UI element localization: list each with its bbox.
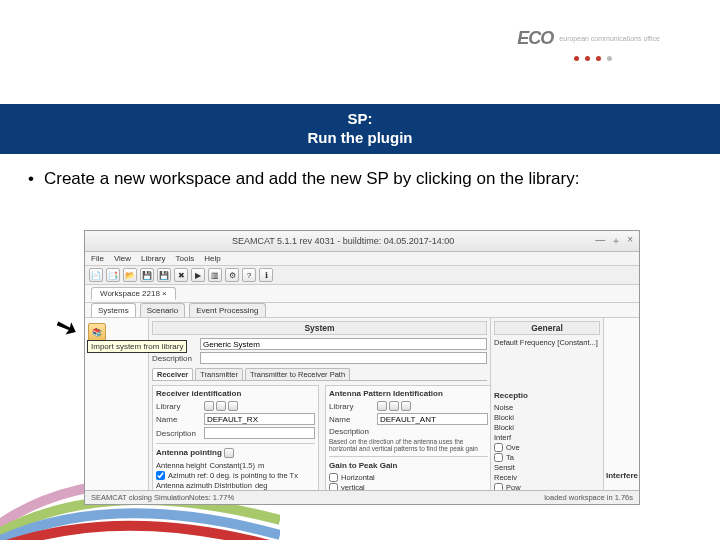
rx-lib-restore-icon[interactable]	[228, 401, 238, 411]
recep-ove-checkbox[interactable]	[494, 443, 503, 452]
toolbar-open-icon[interactable]: 📂	[123, 268, 137, 282]
azimuth-unit: deg	[255, 481, 268, 490]
reception-line: Blocki	[494, 423, 600, 432]
gain-horizontal-checkbox[interactable]	[329, 473, 338, 482]
brand-logo: ECO european communications office	[517, 28, 660, 49]
status-left: SEAMCAT closing SimulationNotes: 1.77%	[91, 493, 234, 502]
desc-label: Description	[152, 354, 196, 363]
ant-desc-label: Description	[329, 427, 373, 436]
toolbar-settings-icon[interactable]: ⚙	[225, 268, 239, 282]
window-title: SEAMCAT 5.1.1 rev 4031 - buildtime: 04.0…	[91, 236, 595, 246]
ant-name-input[interactable]	[377, 413, 488, 425]
system-panel-title: System	[152, 321, 487, 335]
menu-help[interactable]: Help	[204, 254, 220, 263]
window-titlebar: SEAMCAT 5.1.1 rev 4031 - buildtime: 04.0…	[85, 231, 639, 252]
status-right: loaded workspace in 1.76s	[544, 493, 633, 502]
status-bar: SEAMCAT closing SimulationNotes: 1.77% l…	[85, 490, 639, 504]
reception-line: Ta	[506, 453, 514, 462]
ant-desc-text: Based on the direction of the antenna us…	[329, 438, 488, 452]
tab-systems[interactable]: Systems	[91, 303, 136, 317]
general-panel-title: General	[494, 321, 600, 335]
pointer-arrow: ➘	[50, 309, 81, 346]
toolbar-saveall-icon[interactable]: 💾	[157, 268, 171, 282]
brand-dots	[574, 56, 612, 61]
receiver-ident-title: Receiver identification	[156, 389, 315, 398]
section-tabs: Systems Scenario Event Processing	[85, 303, 639, 318]
rx-lib-export-icon[interactable]	[216, 401, 226, 411]
toolbar: 📄 📑 📂 💾 💾 ✖ ▶ ▥ ⚙ ? ℹ	[85, 266, 639, 285]
system-desc-input[interactable]	[200, 352, 487, 364]
ap-info-icon[interactable]	[224, 448, 234, 458]
gain-vertical-label: vertical	[341, 483, 365, 490]
workspace-tab[interactable]: Workspace 2218 ×	[91, 287, 176, 300]
recep-pow-checkbox[interactable]	[494, 483, 503, 490]
antenna-pointing-title: Antenna pointing	[156, 448, 222, 457]
ant-lib-import-icon[interactable]	[377, 401, 387, 411]
tab-transmitter[interactable]: Transmitter	[195, 368, 243, 380]
reception-line: Receiv	[494, 473, 600, 482]
menu-library[interactable]: Library	[141, 254, 165, 263]
tab-scenario[interactable]: Scenario	[140, 303, 186, 317]
system-list-panel: ➘ 📚 Import system from library	[85, 318, 149, 490]
receiver-ident-panel: Receiver identification Library Name	[152, 385, 319, 490]
close-icon[interactable]: ×	[627, 234, 633, 248]
ant-lib-export-icon[interactable]	[389, 401, 399, 411]
reception-line: Pow	[506, 483, 521, 490]
rx-library-label: Library	[156, 402, 200, 411]
reception-line: Ove	[506, 443, 520, 452]
antenna-height-unit: m	[258, 461, 264, 470]
antenna-ident-panel: Antenna Pattern Identification Library N…	[325, 385, 491, 490]
title-line-1: SP:	[0, 110, 720, 129]
app-screenshot: SEAMCAT 5.1.1 rev 4031 - buildtime: 04.0…	[84, 230, 640, 505]
library-icon: 📚	[92, 328, 102, 337]
toolbar-chart-icon[interactable]: ▥	[208, 268, 222, 282]
menu-tools[interactable]: Tools	[176, 254, 195, 263]
toolbar-save-icon[interactable]: 💾	[140, 268, 154, 282]
minimize-icon[interactable]: —	[595, 234, 605, 248]
azimuth-ref-checkbox[interactable]	[156, 471, 165, 480]
toolbar-batch-icon[interactable]: 📑	[106, 268, 120, 282]
menu-view[interactable]: View	[114, 254, 131, 263]
component-tabs: Receiver Transmitter Transmitter to Rece…	[152, 368, 487, 381]
eco-wordmark: ECO	[517, 28, 553, 49]
system-name-input[interactable]	[200, 338, 487, 350]
import-tooltip: Import system from library	[87, 340, 187, 353]
gain-vertical-checkbox[interactable]	[329, 483, 338, 490]
toolbar-run-icon[interactable]: ▶	[191, 268, 205, 282]
rx-name-input[interactable]	[204, 413, 315, 425]
eco-subtitle: european communications office	[559, 35, 660, 42]
gain-horizontal-label: Horizontal	[341, 473, 375, 482]
tab-event-processing[interactable]: Event Processing	[189, 303, 265, 317]
antenna-height-label: Antenna height	[156, 461, 206, 470]
import-library-button[interactable]: 📚	[88, 323, 106, 341]
menu-file[interactable]: File	[91, 254, 104, 263]
toolbar-help-icon[interactable]: ?	[242, 268, 256, 282]
reception-line: Blocki	[494, 413, 600, 422]
reception-line: Interf	[494, 433, 600, 442]
gain-title: Gain to Peak Gain	[329, 461, 488, 470]
tab-receiver[interactable]: Receiver	[152, 368, 193, 380]
bullet-content: Create a new workspace and add the new S…	[44, 168, 579, 191]
title-line-2: Run the plugin	[0, 129, 720, 148]
ant-name-label: Name	[329, 415, 373, 424]
recep-ta-checkbox[interactable]	[494, 453, 503, 462]
bullet-marker: •	[28, 168, 34, 191]
rx-lib-import-icon[interactable]	[204, 401, 214, 411]
ant-lib-restore-icon[interactable]	[401, 401, 411, 411]
azimuth-ref-label: Azimuth ref: 0 deg. is pointing to the T…	[168, 471, 298, 480]
maximize-icon[interactable]: ＋	[611, 234, 621, 248]
default-freq-label: Default Frequency [Constant...]	[494, 338, 598, 347]
toolbar-new-icon[interactable]: 📄	[89, 268, 103, 282]
slide-title: SP: Run the plugin	[0, 104, 720, 154]
toolbar-info-icon[interactable]: ℹ	[259, 268, 273, 282]
rx-name-label: Name	[156, 415, 200, 424]
rx-desc-input[interactable]	[204, 427, 315, 439]
reception-line: Sensit	[494, 463, 600, 472]
interference-panel: Interfere	[603, 318, 639, 490]
tab-tx-rx-path[interactable]: Transmitter to Receiver Path	[245, 368, 350, 380]
reception-line: Noise	[494, 403, 600, 412]
rx-desc-label: Description	[156, 429, 200, 438]
reception-title: Receptio	[494, 391, 600, 400]
toolbar-close-icon[interactable]: ✖	[174, 268, 188, 282]
ant-library-label: Library	[329, 402, 373, 411]
